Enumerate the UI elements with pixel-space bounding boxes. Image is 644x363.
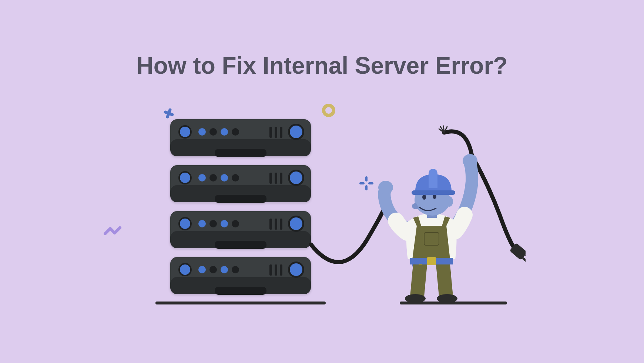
svg-point-55 — [221, 266, 228, 273]
svg-point-14 — [232, 128, 239, 136]
svg-rect-31 — [280, 173, 282, 184]
page-title: How to Fix Internal Server Error? — [137, 52, 508, 79]
svg-rect-59 — [280, 264, 282, 276]
svg-point-53 — [198, 266, 206, 273]
svg-rect-69 — [427, 257, 436, 265]
svg-point-38 — [180, 219, 190, 229]
ground-line — [155, 302, 326, 304]
svg-point-40 — [209, 220, 217, 227]
server-unit — [170, 117, 311, 161]
svg-rect-64 — [522, 257, 526, 262]
server-unit — [170, 255, 311, 299]
svg-point-65 — [378, 181, 393, 194]
svg-rect-79 — [412, 190, 455, 195]
svg-rect-44 — [275, 219, 277, 230]
ground-line — [400, 302, 507, 304]
illustration-scene — [118, 104, 526, 326]
svg-point-66 — [463, 154, 477, 167]
svg-point-25 — [198, 174, 206, 182]
svg-rect-15 — [269, 127, 272, 138]
svg-rect-57 — [269, 264, 272, 276]
server-stack — [170, 117, 311, 301]
svg-rect-16 — [275, 127, 277, 138]
svg-point-42 — [232, 220, 239, 227]
decor-zigzag-icon — [104, 224, 124, 240]
server-unit — [170, 209, 311, 253]
svg-point-28 — [232, 174, 239, 182]
svg-rect-58 — [275, 264, 277, 276]
svg-point-27 — [221, 174, 228, 182]
svg-point-13 — [221, 128, 228, 136]
svg-rect-43 — [269, 219, 272, 230]
svg-rect-45 — [280, 219, 282, 230]
server-unit — [170, 163, 311, 207]
svg-point-39 — [198, 220, 206, 227]
svg-point-61 — [290, 263, 302, 276]
svg-point-41 — [221, 220, 228, 227]
technician-character — [344, 148, 514, 304]
svg-point-47 — [290, 217, 302, 230]
svg-point-10 — [180, 127, 190, 137]
svg-point-19 — [290, 126, 302, 138]
svg-point-77 — [422, 194, 426, 200]
svg-point-24 — [180, 173, 190, 183]
svg-point-12 — [209, 128, 217, 136]
svg-point-56 — [232, 266, 239, 273]
svg-rect-50 — [215, 287, 266, 295]
svg-rect-36 — [215, 241, 266, 249]
svg-point-54 — [209, 266, 217, 273]
svg-point-52 — [180, 264, 190, 275]
svg-rect-17 — [280, 127, 282, 138]
svg-rect-63 — [525, 254, 526, 259]
svg-point-11 — [198, 128, 206, 136]
svg-point-33 — [290, 171, 302, 184]
svg-rect-8 — [215, 149, 266, 157]
svg-rect-22 — [215, 195, 266, 203]
svg-rect-30 — [275, 173, 277, 184]
svg-point-76 — [446, 196, 453, 207]
svg-rect-29 — [269, 173, 272, 184]
svg-point-26 — [209, 174, 217, 182]
decor-ring-icon — [322, 104, 335, 117]
